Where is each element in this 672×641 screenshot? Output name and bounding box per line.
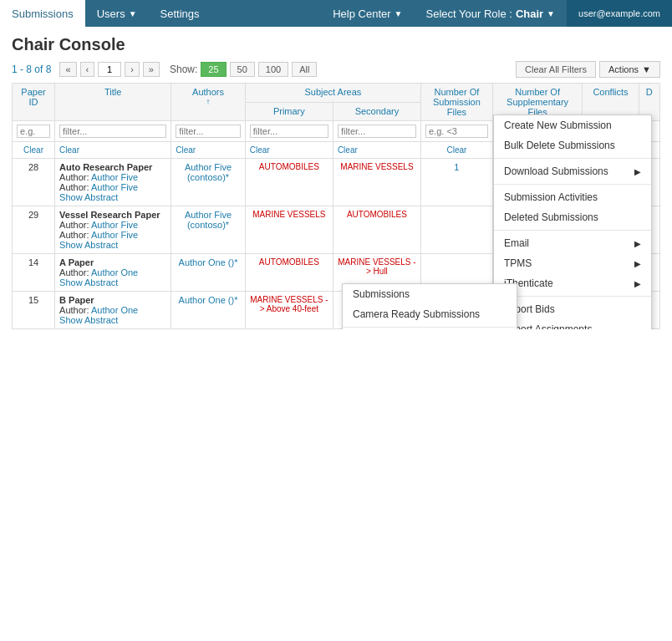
nav-item-users[interactable]: Users ▼ xyxy=(85,0,149,27)
action-email[interactable]: Email ▶ xyxy=(494,233,651,253)
action-submission-activities[interactable]: Submission Activities xyxy=(494,187,651,207)
cell-authors-15: Author One ()* xyxy=(171,292,246,329)
cell-primary-29: MARINE VESSELS xyxy=(245,206,333,254)
cell-numsub-28: 1 xyxy=(420,159,492,206)
nav-item-help[interactable]: Help Center ▼ xyxy=(321,0,414,27)
filter-paperid[interactable] xyxy=(17,125,50,138)
action-ithenticate[interactable]: iThenticate ▶ xyxy=(494,273,651,293)
cell-authors-28: Author Five (contoso)* xyxy=(171,159,246,206)
filter-numsub[interactable] xyxy=(425,125,488,138)
pagination-info: 1 - 8 of 8 xyxy=(12,64,51,75)
cell-secondary-29: AUTOMOBILES xyxy=(333,206,420,254)
actions-btn[interactable]: Actions ▼ xyxy=(599,61,660,78)
show-25-btn[interactable]: 25 xyxy=(201,62,226,77)
table-wrapper: Paper ID Title Authors ↑ Subject Areas N… xyxy=(12,83,660,329)
filter-authors[interactable] xyxy=(176,125,241,138)
cell-authors-29: Author Five (contoso)* xyxy=(171,206,246,254)
clear-primary[interactable]: Clear xyxy=(250,145,328,155)
users-dropdown-arrow: ▼ xyxy=(129,9,137,18)
actions-div-2 xyxy=(494,184,651,185)
action-bulk-delete-submissions[interactable]: Bulk Delete Submissions xyxy=(494,135,651,155)
show-abstract-14[interactable]: Show Abstract xyxy=(59,277,118,287)
show-label: Show: xyxy=(170,64,197,75)
context-divider-1 xyxy=(343,327,517,328)
col-header-subject-areas: Subject Areas xyxy=(245,84,420,103)
action-download-submissions[interactable]: Download Submissions ▶ xyxy=(494,161,651,181)
clear-filters-btn[interactable]: Clear All Filters xyxy=(516,61,596,78)
next-page-btn[interactable]: › xyxy=(125,62,140,77)
action-import-assignments[interactable]: Import Assignments xyxy=(494,319,651,329)
col-header-title: Title xyxy=(55,84,171,121)
last-page-btn[interactable]: » xyxy=(143,62,160,77)
page-title: Chair Console xyxy=(12,35,660,54)
action-deleted-submissions[interactable]: Deleted Submissions xyxy=(494,207,651,227)
actions-div-1 xyxy=(494,158,651,159)
col-header-authors: Authors ↑ xyxy=(171,84,246,121)
show-abstract-29[interactable]: Show Abstract xyxy=(59,240,118,250)
cell-secondary-28: MARINE VESSELS xyxy=(333,159,420,206)
page-input[interactable] xyxy=(98,62,121,77)
show-100-btn[interactable]: 100 xyxy=(258,62,288,77)
nav-item-settings[interactable]: Settings xyxy=(149,0,211,27)
col-header-numsub: Number Of Submission Files xyxy=(420,84,492,121)
cell-primary-28: AUTOMOBILES xyxy=(245,159,333,206)
cell-title-14: A Paper Author: Author One Show Abstract xyxy=(55,254,171,292)
col-header-paperid: Paper ID xyxy=(13,84,55,121)
cell-primary-14: AUTOMOBILES xyxy=(245,254,333,292)
cell-numsub-29 xyxy=(420,206,492,254)
show-50-btn[interactable]: 50 xyxy=(230,62,255,77)
show-all-btn[interactable]: All xyxy=(292,62,317,77)
show-abstract-15[interactable]: Show Abstract xyxy=(59,315,118,325)
filter-title[interactable] xyxy=(59,125,166,138)
clear-secondary[interactable]: Clear xyxy=(338,145,416,155)
filter-primary[interactable] xyxy=(250,125,328,138)
action-create-submission[interactable]: Create New Submission xyxy=(494,115,651,135)
first-page-btn[interactable]: « xyxy=(59,62,76,77)
actions-dropdown-arrow: ▼ xyxy=(642,64,651,74)
clear-title[interactable]: Clear xyxy=(59,145,166,155)
help-dropdown-arrow: ▼ xyxy=(395,9,403,18)
context-item-submissions[interactable]: Submissions xyxy=(343,284,517,304)
cell-authors-14: Author One ()* xyxy=(171,254,246,292)
clear-paperid[interactable]: Clear xyxy=(17,145,50,155)
actions-div-4 xyxy=(494,296,651,297)
top-nav: Submissions Users ▼ Settings Help Center… xyxy=(0,0,672,27)
cell-id-28: 28 xyxy=(13,159,55,206)
cell-id-15: 15 xyxy=(13,292,55,329)
col-header-secondary: Secondary xyxy=(333,102,420,121)
clear-numsub[interactable]: Clear xyxy=(425,145,488,155)
cell-title-29: Vessel Research Paper Author: Author Fiv… xyxy=(55,206,171,254)
col-header-primary: Primary xyxy=(245,102,333,121)
prev-page-btn[interactable]: ‹ xyxy=(80,62,95,77)
context-dropdown: Submissions Camera Ready Submissions Rev… xyxy=(342,283,517,329)
actions-div-3 xyxy=(494,230,651,231)
toolbar: 1 - 8 of 8 « ‹ › » Show: 25 50 100 All C… xyxy=(12,61,660,78)
cell-title-15: B Paper Author: Author One Show Abstract xyxy=(55,292,171,329)
nav-item-submissions[interactable]: Submissions xyxy=(0,0,85,27)
clear-authors[interactable]: Clear xyxy=(176,145,241,155)
cell-id-29: 29 xyxy=(13,206,55,254)
cell-title-28: Auto Research Paper Author: Author Five … xyxy=(55,159,171,206)
cell-id-14: 14 xyxy=(13,254,55,292)
nav-role-selector[interactable]: Select Your Role : Chair ▼ xyxy=(415,0,568,27)
cell-primary-15: MARINE VESSELS -> Above 40-feet xyxy=(245,292,333,329)
action-tpms[interactable]: TPMS ▶ xyxy=(494,253,651,273)
filter-secondary[interactable] xyxy=(338,125,416,138)
role-dropdown-arrow: ▼ xyxy=(547,9,555,18)
context-item-cameraready[interactable]: Camera Ready Submissions xyxy=(343,304,517,324)
user-account[interactable]: user@example.com xyxy=(567,0,672,27)
action-import-bids[interactable]: Import Bids xyxy=(494,299,651,319)
show-abstract-28[interactable]: Show Abstract xyxy=(59,192,118,202)
